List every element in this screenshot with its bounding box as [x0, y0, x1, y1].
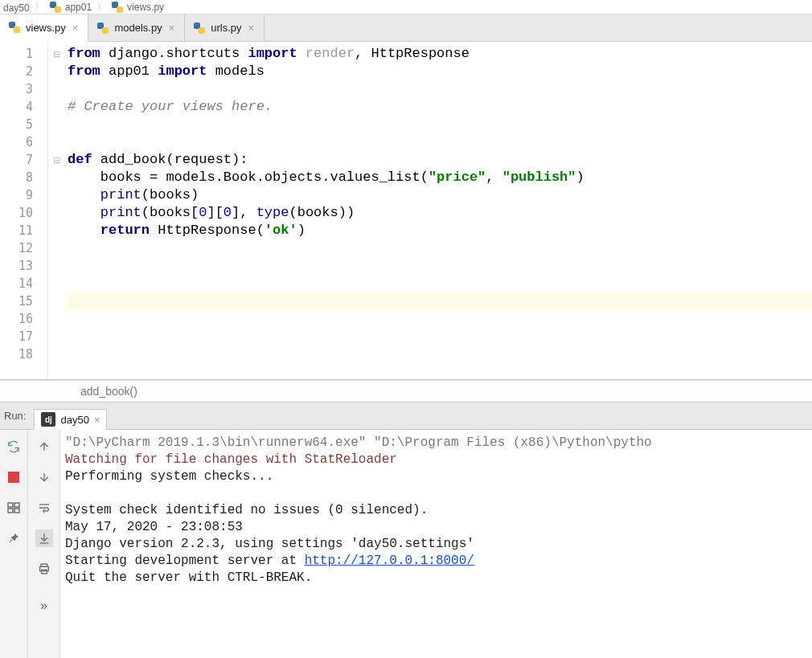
more-button[interactable]: » [35, 597, 53, 615]
svg-rect-1 [8, 503, 13, 507]
down-button[interactable] [35, 468, 53, 486]
code-area[interactable]: from django.shortcuts import render, Htt… [64, 42, 812, 379]
close-icon[interactable]: × [94, 414, 100, 426]
breadcrumb-file[interactable]: views.py [111, 1, 164, 14]
breadcrumb-file-label: views.py [127, 2, 164, 13]
line-number-gutter: 123456789101112131415161718 [0, 42, 48, 379]
chevron-right-icon: 〉 [96, 0, 106, 14]
close-icon[interactable]: × [167, 22, 177, 34]
tab-label: urls.py [211, 22, 241, 34]
scroll-to-end-button[interactable] [35, 529, 53, 547]
fold-gutter: ⊟ ⊟ [48, 42, 64, 379]
code-editor[interactable]: 123456789101112131415161718 ⊟ ⊟ from dja… [0, 42, 812, 380]
run-config-tab[interactable]: dj day50 × [34, 409, 107, 430]
server-url-link[interactable]: http://127.0.0.1:8000/ [305, 554, 474, 568]
chevron-right-icon: 〉 [35, 0, 44, 14]
run-config-name: day50 [60, 414, 88, 426]
editor-tab-strip: views.py×models.py×urls.py× [0, 14, 812, 42]
svg-rect-4 [14, 509, 19, 513]
editor-tab[interactable]: urls.py× [185, 14, 265, 41]
svg-rect-2 [14, 503, 19, 507]
django-icon: dj [41, 412, 55, 427]
python-icon [193, 22, 206, 35]
editor-tab[interactable]: views.py× [0, 14, 88, 42]
function-breadcrumb[interactable]: add_book() [0, 380, 812, 403]
run-toolbar-secondary: » [28, 430, 60, 658]
breadcrumb-project[interactable]: day50 [3, 2, 30, 14]
soft-wrap-button[interactable] [35, 499, 53, 517]
tab-label: models.py [114, 22, 162, 34]
python-icon [111, 1, 124, 14]
run-label: Run: [4, 410, 26, 422]
run-tool-window: » "D:\PyCharm 2019.1.3\bin\runnerw64.exe… [0, 430, 812, 658]
print-button[interactable] [35, 560, 53, 578]
pin-button[interactable] [5, 529, 23, 547]
close-icon[interactable]: × [247, 22, 256, 34]
breadcrumb: day50 〉 app01 〉 views.py [0, 0, 812, 14]
breadcrumb-app[interactable]: app01 [49, 1, 92, 14]
up-button[interactable] [35, 438, 53, 456]
rerun-button[interactable] [5, 438, 23, 456]
run-toolbar-primary [0, 430, 28, 658]
console-output[interactable]: "D:\PyCharm 2019.1.3\bin\runnerw64.exe" … [60, 430, 812, 658]
editor-tab[interactable]: models.py× [88, 14, 185, 41]
svg-rect-3 [8, 509, 13, 513]
breadcrumb-app-label: app01 [65, 2, 92, 13]
python-icon [8, 21, 21, 34]
stop-button[interactable] [5, 468, 23, 486]
function-breadcrumb-label: add_book() [80, 385, 137, 398]
close-icon[interactable]: × [71, 22, 80, 34]
ide-root: day50 〉 app01 〉 views.py views.py×models… [0, 0, 812, 658]
svg-rect-0 [8, 472, 19, 483]
python-icon [49, 1, 62, 14]
run-tool-window-header: Run: dj day50 × [0, 403, 812, 430]
python-icon [96, 22, 109, 35]
tab-label: views.py [26, 22, 66, 34]
layout-button[interactable] [5, 499, 23, 517]
